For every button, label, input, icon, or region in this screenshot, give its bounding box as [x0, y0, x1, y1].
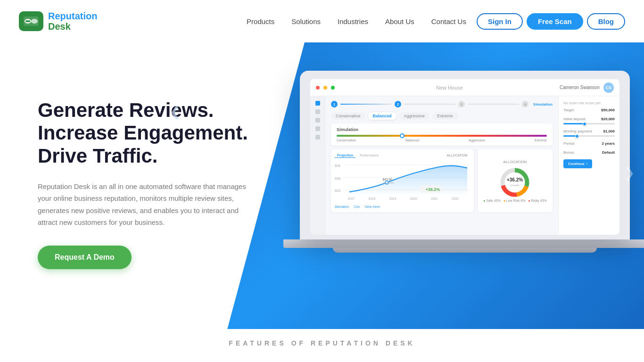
bonus-label: Bonus: [563, 150, 574, 155]
payment-row: Monthly payment $1,000: [563, 129, 615, 133]
donut-chart-card: ALLOCATION +36.2% Growth: [478, 149, 553, 212]
step-bar: 1 2 3 4 Simulation: [331, 101, 553, 107]
sidebar-item-3: [315, 126, 320, 131]
target-row: Target $50,000: [563, 108, 615, 112]
view-more-link[interactable]: View more: [364, 205, 380, 208]
svg-text:$4k: $4k: [335, 164, 341, 168]
donut-legend: ● Safe 43% ● Low Risk 6% ● Risky 43%: [483, 199, 546, 202]
user-name: Cameron Swanson: [560, 85, 600, 90]
step-line-3: [468, 104, 519, 105]
tab-projection[interactable]: Projection: [335, 153, 355, 158]
nav-about-us[interactable]: About Us: [379, 14, 421, 29]
tab-performance[interactable]: Performance: [357, 153, 381, 158]
headline-line2: Increase Engagement.: [38, 122, 248, 144]
svg-text:2021: 2021: [431, 197, 438, 200]
svg-text:2022: 2022: [452, 197, 459, 200]
svg-text:+36.2%: +36.2%: [426, 187, 440, 192]
svg-text:July 2019: July 2019: [382, 181, 394, 184]
con-link[interactable]: Con: [354, 205, 360, 208]
sim-label: Simulation: [533, 102, 553, 107]
continue-button[interactable]: Continue ›: [563, 159, 592, 168]
risk-labels: Conservative Balanced Aggressive Extreme: [337, 139, 547, 142]
allocation-link[interactable]: Allocation: [335, 205, 349, 208]
payment-label: Monthly payment: [563, 129, 592, 133]
logo-icon: [19, 11, 43, 31]
dot-yellow: [323, 86, 327, 90]
sign-in-button[interactable]: Sign In: [477, 13, 523, 30]
deposit-slider-fill: [563, 123, 584, 124]
deposit-slider: [563, 123, 615, 124]
logo[interactable]: Reputation Desk: [19, 11, 97, 32]
right-arrow-icon: ❯: [624, 165, 635, 181]
nav-contact-us[interactable]: Contact Us: [425, 14, 473, 29]
continue-label: Continue: [568, 162, 585, 166]
blog-button[interactable]: Blog: [587, 13, 625, 30]
no-scan-label: No scan risk score yet: [563, 101, 615, 105]
free-scan-button[interactable]: Free Scan: [527, 13, 583, 30]
svg-point-2: [31, 19, 38, 24]
tab-balanced[interactable]: Balanced: [368, 112, 396, 120]
laptop-screen: New House Cameron Swanson CS: [310, 79, 619, 235]
request-demo-button[interactable]: Request A Demo: [38, 246, 132, 269]
chart-tabs: Projection Performance ALLOCATION: [335, 153, 470, 158]
logo-desk: Desk: [48, 21, 97, 32]
tab-allocation-label: ALLOCATION: [445, 153, 470, 158]
svg-text:$43.90: $43.90: [382, 178, 392, 181]
svg-text:2017: 2017: [348, 197, 355, 200]
nav-solutions[interactable]: Solutions: [285, 14, 327, 29]
deposit-label: Initial deposit: [563, 117, 586, 121]
risk-label-conservative: Conservative: [337, 139, 356, 142]
panel-payment: Monthly payment $1,000: [563, 129, 615, 137]
nav-industries[interactable]: Industries: [331, 14, 375, 29]
panel-target: Target $50,000: [563, 108, 615, 112]
deposit-value: $20,000: [601, 117, 615, 121]
main-nav: Products Solutions Industries About Us C…: [240, 13, 625, 30]
step-1: 1: [331, 101, 338, 107]
risk-slider-track: [337, 135, 547, 137]
svg-text:Growth: Growth: [511, 184, 520, 187]
legend-safe: ● Safe 43%: [483, 199, 501, 202]
features-title: FEATURES OF REPUTATION DESK: [229, 339, 415, 347]
payment-slider-thumb[interactable]: [575, 134, 579, 138]
deposit-row: Initial deposit $20,000: [563, 117, 615, 121]
donut-svg: +36.2% Growth: [498, 166, 531, 199]
header: Reputation Desk Products Solutions Indus…: [0, 0, 644, 42]
chart-bottom-links: Allocation Con View more: [335, 205, 470, 208]
panel-deposit: Initial deposit $20,000: [563, 117, 615, 124]
svg-text:$2k: $2k: [335, 189, 341, 193]
panel-period: Period 2 years: [563, 141, 615, 146]
hero-content: Generate Reviews. Increase Engagement. D…: [38, 99, 292, 269]
legend-risky: ● Risky 43%: [528, 199, 546, 202]
risk-slider-thumb[interactable]: [400, 133, 405, 138]
period-value: 2 years: [602, 141, 615, 146]
sidebar-item-active: [315, 101, 320, 106]
donut-chart: +36.2% Growth: [498, 166, 531, 199]
left-arrow-icon: ❮: [170, 104, 181, 119]
step-line-2: [404, 104, 455, 105]
tab-aggressive[interactable]: Aggressive: [399, 112, 430, 120]
deposit-slider-thumb[interactable]: [583, 122, 586, 126]
svg-text:2018: 2018: [369, 197, 376, 200]
bonus-row: Bonus Default: [563, 150, 615, 155]
payment-value: $1,000: [603, 129, 615, 133]
svg-text:+36.2%: +36.2%: [507, 177, 523, 182]
tab-conservative[interactable]: Conservative: [331, 112, 365, 120]
panel-bonus: Bonus Default: [563, 150, 615, 155]
logo-reputation: Reputation: [48, 11, 97, 21]
svg-text:2020: 2020: [410, 197, 417, 200]
headline-line1: Generate Reviews.: [38, 99, 214, 121]
dot-green: [331, 86, 335, 90]
headline-line3: Drive Traffic.: [38, 145, 157, 167]
screen-topbar: New House Cameron Swanson CS: [310, 79, 619, 96]
projection-chart-card: Projection Performance ALLOCATION $4k: [331, 149, 474, 212]
step-4: 4: [522, 101, 528, 107]
sidebar-item-2: [315, 118, 320, 123]
sidebar-item-1: [315, 109, 320, 114]
sidebar-item-4: [315, 135, 320, 140]
period-row: Period 2 years: [563, 141, 615, 146]
risk-label-aggressive: Aggressive: [469, 139, 485, 142]
nav-products[interactable]: Products: [240, 14, 281, 29]
alloc-tabs: Conservative Balanced Aggressive Extreme: [331, 112, 553, 120]
payment-slider: [563, 135, 615, 137]
tab-extreme[interactable]: Extreme: [432, 112, 458, 120]
